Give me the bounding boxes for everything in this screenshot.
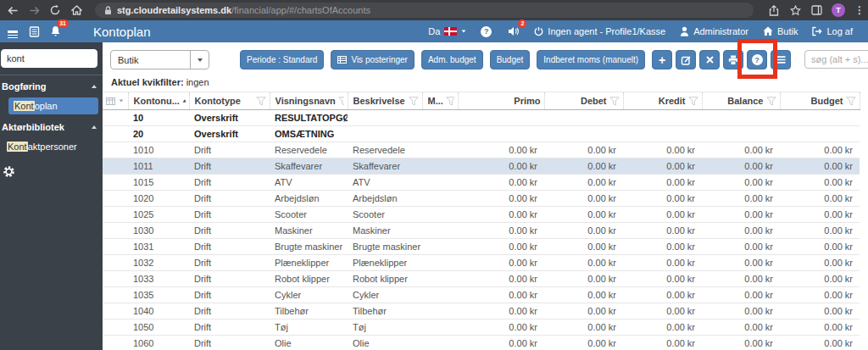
table-cell: 0.00 kr <box>780 271 860 287</box>
table-cell: 0.00 kr <box>458 158 544 175</box>
table-cell: 0.00 kr <box>702 142 780 158</box>
menu-button[interactable] <box>771 50 791 69</box>
filter-funnel-icon[interactable] <box>446 97 454 106</box>
announcements-speaker-icon[interactable]: 2 <box>506 25 520 38</box>
browser-menu-icon[interactable]: ⋮ <box>854 8 861 13</box>
table-row[interactable]: 1031DriftBrugte maskinerBrugte maskiner0… <box>103 239 860 255</box>
column-header-balance[interactable]: Balance <box>702 92 780 110</box>
language-selector[interactable]: Da <box>428 26 466 36</box>
table-cell: Maskiner <box>348 223 422 239</box>
table-row[interactable]: 1030DriftMaskinerMaskiner0.00 kr0.00 kr0… <box>103 223 860 239</box>
header-help-icon[interactable]: ? <box>481 26 492 37</box>
sidebar-search-input[interactable] <box>1 49 97 68</box>
notifications-bell-icon[interactable]: 31 <box>48 25 62 38</box>
column-header-beskrivelse[interactable]: Beskrivelse <box>348 92 422 110</box>
sidebar-section-bogfoering[interactable]: Bogføring <box>0 75 103 96</box>
table-cell: 0.00 kr <box>544 287 623 303</box>
table-cell: ATV <box>348 175 422 191</box>
filter-funnel-icon[interactable] <box>409 97 419 106</box>
table-row[interactable]: 20OverskriftOMSÆTNING <box>103 126 860 142</box>
table-cell: 0.00 kr <box>623 336 702 350</box>
back-icon[interactable] <box>7 4 19 16</box>
filter-funnel-icon[interactable] <box>338 97 344 106</box>
indberet-moms-button[interactable]: Indberet moms (manuelt) <box>537 50 645 69</box>
column-chooser-header[interactable] <box>103 92 128 110</box>
column-header-visningsnavn[interactable]: Visningsnavn <box>270 92 348 110</box>
table-row[interactable]: 1050DriftTøjTøj0.00 kr0.00 kr0.00 kr0.00… <box>103 319 860 336</box>
table-row[interactable]: 1010DriftReservedeleReservedele0.00 kr0.… <box>103 142 860 158</box>
filter-funnel-icon[interactable] <box>766 97 776 106</box>
table-row[interactable]: 1040DriftTilbehørTilbehør0.00 kr0.00 kr0… <box>103 303 860 319</box>
help-button[interactable]: ? <box>747 50 767 69</box>
table-row[interactable]: 1011DriftSkaffevarerSkaffevarer0.00 kr0.… <box>103 158 860 175</box>
budget-button[interactable]: Budget <box>490 50 531 69</box>
sidebar-item-kontaktpersoner[interactable]: Kontaktpersoner <box>7 138 98 155</box>
close-button[interactable] <box>699 50 720 69</box>
table-cell: 0.00 kr <box>780 319 860 336</box>
column-header-debet[interactable]: Debet <box>544 92 623 110</box>
adm-budget-button[interactable]: Adm. budget <box>421 50 483 69</box>
bookmark-star-icon[interactable] <box>789 4 801 16</box>
table-row[interactable]: 1032DriftPlæneklipperPlæneklipper0.00 kr… <box>103 255 860 271</box>
side-panel-icon[interactable] <box>810 4 822 16</box>
sidebar-section-aktoerbibliotek[interactable]: Aktørbibliotek <box>0 116 103 136</box>
table-cell <box>623 126 702 142</box>
table-row[interactable]: 1015DriftATVATV0.00 kr0.00 kr0.00 kr0.00… <box>103 175 860 191</box>
journal-icon[interactable] <box>27 25 41 38</box>
table-columns-icon <box>106 97 115 105</box>
table-cell: Reservedele <box>348 142 422 158</box>
table-cell: 0.00 kr <box>544 303 623 319</box>
table-cell: 0.00 kr <box>702 303 780 319</box>
column-header-kontotype[interactable]: Kontotype <box>189 92 270 110</box>
filter-funnel-icon[interactable] <box>846 97 856 106</box>
power-icon <box>534 26 543 36</box>
column-header-primo[interactable]: Primo <box>458 92 544 110</box>
forward-icon[interactable] <box>28 4 40 16</box>
settings-gear-icon[interactable] <box>3 165 103 181</box>
print-button[interactable] <box>723 50 743 69</box>
column-header-moms[interactable]: M... <box>422 92 458 110</box>
filter-funnel-icon[interactable] <box>256 97 266 106</box>
table-cell: 0.00 kr <box>458 207 544 223</box>
periode-button[interactable]: Periode : Standard <box>240 50 324 69</box>
filter-funnel-icon[interactable] <box>688 97 698 106</box>
table-cell: 0.00 kr <box>544 255 623 271</box>
table-search-input[interactable] <box>804 50 868 69</box>
table-cell: 0.00 kr <box>544 336 623 350</box>
store-filter-select[interactable]: Butik <box>110 50 209 69</box>
column-header-budget[interactable]: Budget <box>780 92 860 110</box>
table-row[interactable]: 1020DriftArbejdslønArbejdsløn0.00 kr0.00… <box>103 191 860 207</box>
table-cell: Drift <box>189 255 270 271</box>
table-cell: 0.00 kr <box>458 336 544 350</box>
logout-button[interactable]: Log af <box>812 26 853 36</box>
sidebar-item-kontoplan[interactable]: Kontoplan <box>8 97 98 114</box>
address-bar[interactable]: stg.cloudretailsystems.dk/financial/app/… <box>95 3 754 18</box>
table-cell: 0.00 kr <box>780 175 860 191</box>
vis-posteringer-button[interactable]: Vis posteringer <box>331 50 415 69</box>
agent-status[interactable]: Ingen agent - Profile1/Kasse <box>534 26 665 36</box>
filter-funnel-icon[interactable] <box>609 97 620 106</box>
table-row[interactable]: 10OverskriftRESULTATOPGØREL... <box>103 110 860 126</box>
table-cell: Overskrift <box>189 110 270 126</box>
browser-profile-avatar[interactable]: T <box>832 3 845 17</box>
column-header-kontonummer[interactable]: Kontonu... <box>128 92 189 110</box>
header-right: Da ? 2 Ingen agent - Profile1/Kasse Admi… <box>428 25 853 38</box>
reload-icon[interactable] <box>49 4 61 16</box>
edit-icon <box>681 55 691 65</box>
browser-home-icon[interactable] <box>70 4 82 16</box>
hamburger-menu-icon[interactable] <box>6 25 19 38</box>
share-icon[interactable] <box>768 4 780 16</box>
table-cell: 0.00 kr <box>702 319 780 336</box>
edit-button[interactable] <box>676 50 696 69</box>
table-cell: 0.00 kr <box>623 191 702 207</box>
table-row[interactable]: 1033DriftRobot klipperRobot klipper0.00 … <box>103 271 860 287</box>
table-row[interactable]: 1060DriftOlieOlie0.00 kr0.00 kr0.00 kr0.… <box>103 336 860 350</box>
column-header-kredit[interactable]: Kredit <box>623 92 702 110</box>
table-row[interactable]: 1025DriftScooterScooter0.00 kr0.00 kr0.0… <box>103 207 860 223</box>
store-menu[interactable]: Butik <box>763 26 798 36</box>
table-row[interactable]: 1035DriftCyklerCykler0.00 kr0.00 kr0.00 … <box>103 287 860 303</box>
table-cell: 0.00 kr <box>458 142 544 158</box>
add-button[interactable]: + <box>652 50 672 69</box>
chevron-down-icon <box>120 99 124 102</box>
user-menu[interactable]: Administrator <box>680 26 748 36</box>
